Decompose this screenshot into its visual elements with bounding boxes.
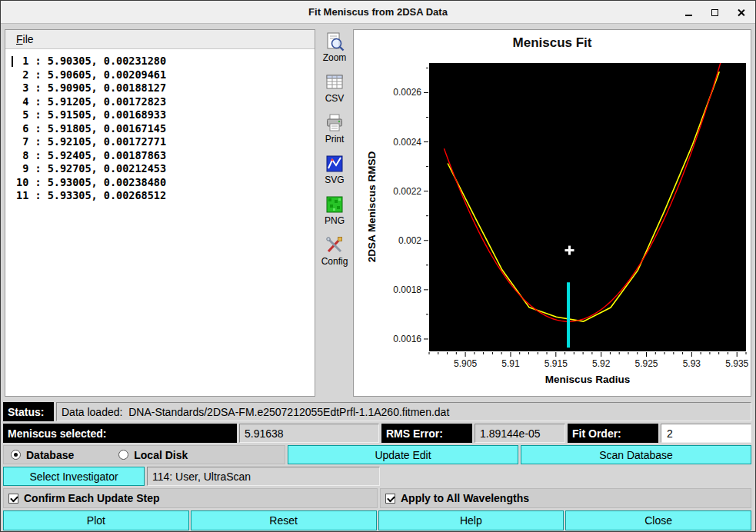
plot-area (429, 63, 746, 351)
plot-toolbar: Zoom CSV Print (317, 32, 352, 267)
minimize-icon (685, 15, 692, 16)
meniscus-plot[interactable]: 2DSA Meniscus RMSD Meniscus Radius 5.905… (354, 54, 751, 396)
data-panel: File 1 : 5.90305, 0.00231280 2 : 5.90605… (5, 29, 315, 397)
close-action-button[interactable]: Close (565, 510, 751, 530)
rms-error-field: 1.89144e-05 (475, 424, 565, 443)
svg-text:5.93: 5.93 (683, 358, 701, 369)
fit-data-text: 1 : 5.90305, 0.00231280 2 : 5.90605, 0.0… (5, 49, 315, 203)
apply-all-panel: Apply to All Wavelengths (380, 488, 751, 508)
svg-text:0.0016: 0.0016 (393, 334, 421, 344)
csv-icon (325, 72, 345, 92)
status-field: Data loaded: DNA-Standards/2DSA-FM.e2507… (56, 402, 751, 421)
select-investigator-button[interactable]: Select Investigator (3, 467, 145, 486)
source-panel: Database Local Disk (3, 445, 285, 464)
fit-order-input[interactable]: 2 (661, 424, 751, 443)
zoom-icon (325, 32, 345, 52)
y-axis-label: 2DSA Meniscus RMSD (366, 151, 378, 263)
database-radio[interactable] (11, 450, 21, 460)
confirm-each-update-label: Confirm Each Update Step (24, 492, 160, 504)
svg-text:0.0022: 0.0022 (393, 186, 421, 197)
print-icon (325, 113, 345, 133)
svg-text:0.0024: 0.0024 (393, 137, 421, 148)
local-disk-radio[interactable] (118, 450, 128, 460)
close-icon (737, 8, 745, 17)
confirm-panel: Confirm Each Update Step (3, 488, 378, 508)
plot-button[interactable]: Plot (3, 510, 189, 530)
text-cursor (12, 56, 13, 67)
config-icon (325, 235, 345, 255)
rms-error-label: RMS Error: (381, 424, 472, 443)
chart-title: Meniscus Fit (354, 30, 751, 53)
meniscus-selected-label: Meniscus selected: (3, 424, 237, 443)
png-tool-button[interactable]: PNG (317, 195, 352, 226)
source-row: Database Local Disk Update Edit Scan Dat… (3, 445, 751, 464)
svg-text:5.925: 5.925 (634, 358, 658, 369)
svg-icon (325, 154, 345, 174)
tool-label: Config (321, 256, 348, 267)
meniscus-selected-field: 5.91638 (239, 424, 379, 443)
action-buttons-row: Plot Reset Help Close (3, 510, 751, 530)
tool-label: SVG (325, 175, 344, 185)
tool-label: CSV (325, 93, 345, 104)
minimize-button[interactable] (681, 5, 695, 19)
svg-tool-button[interactable]: SVG (317, 154, 352, 185)
print-tool-button[interactable]: Print (317, 113, 352, 145)
svg-text:5.915: 5.915 (545, 358, 568, 369)
tool-label: Print (325, 134, 345, 145)
plot-panel: Meniscus Fit 2DSA Meniscus RMSD Meniscus… (353, 29, 751, 397)
local-disk-radio-label: Local Disk (134, 449, 188, 461)
scan-database-button[interactable]: Scan Database (521, 445, 751, 464)
png-icon (325, 195, 345, 214)
maximize-icon (711, 9, 718, 16)
confirm-each-update-checkbox[interactable] (8, 494, 18, 504)
fit-order-label: Fit Order: (568, 424, 658, 443)
maximize-button[interactable] (708, 5, 721, 19)
window-title: Fit Meniscus from 2DSA Data (1, 6, 755, 18)
apply-all-wavelengths-checkbox[interactable] (385, 494, 395, 504)
values-row: Meniscus selected: 5.91638 RMS Error: 1.… (3, 424, 751, 443)
menu-file[interactable]: File (12, 32, 38, 47)
svg-text:5.905: 5.905 (454, 358, 477, 369)
investigator-field: 114: User, UltraScan (147, 467, 380, 486)
config-tool-button[interactable]: Config (317, 235, 352, 267)
svg-text:5.935: 5.935 (725, 358, 748, 369)
close-button[interactable] (734, 5, 748, 19)
options-row: Confirm Each Update Step Apply to All Wa… (3, 488, 751, 508)
apply-all-wavelengths-label: Apply to All Wavelengths (401, 492, 529, 504)
help-button[interactable]: Help (378, 510, 565, 530)
tool-label: Zoom (323, 52, 347, 63)
status-row: Status: Data loaded: DNA-Standards/2DSA-… (3, 402, 751, 421)
x-axis-label: Meniscus Radius (545, 374, 630, 385)
csv-tool-button[interactable]: CSV (317, 72, 352, 104)
svg-text:5.91: 5.91 (501, 358, 520, 369)
status-label: Status: (3, 402, 54, 421)
app-window: Fit Meniscus from 2DSA Data File 1 : 5.9… (0, 0, 756, 532)
svg-text:5.92: 5.92 (592, 358, 611, 369)
title-bar: Fit Meniscus from 2DSA Data (1, 1, 755, 24)
tool-label: PNG (325, 215, 345, 226)
database-radio-label: Database (26, 449, 74, 461)
update-edit-button[interactable]: Update Edit (288, 445, 518, 464)
investigator-row: Select Investigator 114: User, UltraScan (3, 467, 751, 486)
svg-text:0.0026: 0.0026 (393, 87, 421, 98)
svg-text:0.0018: 0.0018 (393, 284, 421, 295)
reset-button[interactable]: Reset (191, 510, 377, 530)
menu-bar: File (5, 30, 315, 49)
svg-text:0.002: 0.002 (398, 235, 421, 246)
zoom-tool-button[interactable]: Zoom (317, 32, 352, 63)
fit-data-list[interactable]: 1 : 5.90305, 0.00231280 2 : 5.90605, 0.0… (5, 49, 315, 396)
